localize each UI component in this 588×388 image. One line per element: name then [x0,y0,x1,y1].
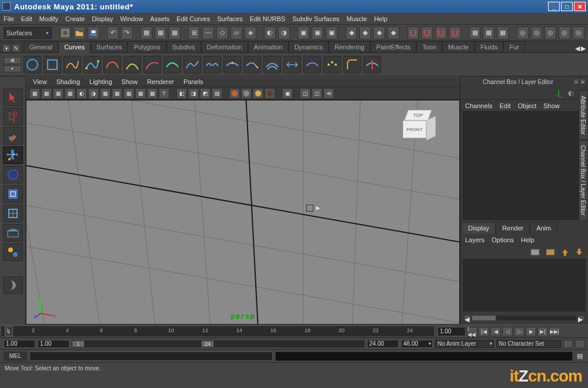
last-tool[interactable] [3,276,23,294]
shelf-tab-dynamics[interactable]: Dynamics [289,41,329,52]
universal-manip-tool[interactable] [3,205,23,222]
panel-menu-show[interactable]: Show [122,78,138,85]
shelf-edit-icon[interactable]: ✎ [12,44,20,52]
maximize-button[interactable]: □ [561,2,573,11]
panel-tb-10-icon[interactable]: ▦ [135,88,146,99]
select-hierarchy-button[interactable]: ▦ [169,26,181,39]
render-settings-button[interactable]: ▣ [326,26,338,39]
scale-tool[interactable] [3,185,23,203]
panel-tb-5-icon[interactable]: ◐ [76,88,87,99]
menu-edit-nurbs[interactable]: Edit NURBS [250,15,286,22]
layer-tab-render[interactable]: Render [496,222,530,234]
side-tab-channel-box[interactable]: Channel Box / Layer Editor [579,140,588,221]
bezier-curve-icon[interactable] [103,56,121,73]
panel-tb-13-icon[interactable]: ◧ [176,88,187,99]
panel-tb-8-icon[interactable]: ▦ [112,88,122,99]
layer-list[interactable] [463,259,586,312]
panel-tb-misc-icon[interactable]: ≪ [323,88,334,99]
nurbs-square-icon[interactable] [44,56,61,73]
panel-menu-panels[interactable]: Panels [183,78,203,85]
undo-button[interactable]: ↶ [107,26,119,39]
three-point-arc-icon[interactable] [163,56,181,73]
extend-curve-icon[interactable] [243,56,261,73]
soft-mod-tool[interactable] [3,224,23,242]
detach-curves-icon[interactable] [203,56,221,73]
range-handle-left[interactable]: 1 [72,340,85,347]
misc-1-button[interactable]: ◎ [517,26,529,39]
rotate-tool[interactable] [3,166,23,183]
cv-curve-icon[interactable] [83,56,101,73]
layer-new-empty-icon[interactable] [530,249,540,256]
layer-new-selected-icon[interactable] [546,249,555,256]
step-back-key-button[interactable]: |◀ [479,327,489,336]
menu-surfaces[interactable]: Surfaces [217,15,242,22]
arc-tool-icon[interactable] [143,56,161,73]
ep-curve-icon[interactable] [64,56,81,73]
misc-3-button[interactable]: ◎ [544,26,556,39]
xform-2-button[interactable]: ◆ [359,26,371,39]
channel-menu-edit[interactable]: Edit [499,102,510,109]
layer-scroll-left-icon[interactable]: ◀ [464,315,471,321]
shelf-tab-fluids[interactable]: Fluids [475,41,503,52]
redo-button[interactable]: ↷ [121,26,133,39]
add-points-icon[interactable] [323,56,341,73]
xform-4-button[interactable]: ◆ [387,26,399,39]
panel-tb-15-icon[interactable]: ◩ [200,88,211,99]
shelf-tab-subdivs[interactable]: Subdivs [166,41,201,52]
shelf-tab-strip-icon[interactable]: ▤ [4,57,21,64]
select-mask-button[interactable]: ▦ [155,26,166,39]
insert-knot-icon[interactable] [223,56,241,73]
menu-muscle[interactable]: Muscle [346,15,367,22]
shelf-menu-icon[interactable]: ▾ [2,44,11,52]
range-end-inner[interactable]: 24.00 [367,340,399,348]
viewcube-front[interactable]: FRONT [403,121,426,138]
select-tool[interactable] [3,88,23,106]
paint-select-tool[interactable] [3,127,23,145]
magnet-2-button[interactable] [421,26,433,39]
panel-tb-2-icon[interactable]: ▦ [41,88,52,99]
shelf-tab-general[interactable]: General [24,41,58,52]
save-scene-button[interactable] [88,26,99,39]
menu-modify[interactable]: Modify [39,15,58,22]
shelf-tab-polygons[interactable]: Polygons [128,41,166,52]
select-by-type-button[interactable]: ▦ [141,26,152,39]
magnet-3-button[interactable] [435,26,447,39]
layer-move-down-icon[interactable] [575,248,583,256]
channel-sync-icon[interactable]: ◐ [568,89,574,97]
panel-tb-6-icon[interactable]: ◑ [88,88,99,99]
curve-fillet-icon[interactable] [343,56,361,73]
command-input[interactable] [29,352,273,361]
go-end-button[interactable]: ▶▶| [549,327,560,336]
magnet-4-button[interactable] [449,26,461,39]
panel-light-3-icon[interactable] [253,88,263,99]
character-set-select[interactable]: No Character Set [496,340,561,348]
shelf-tab-deformation[interactable]: Deformation [201,41,248,52]
rebuild-curve-icon[interactable] [303,56,321,73]
channel-axis-icon[interactable] [554,89,563,98]
misc-4-button[interactable]: ◎ [559,26,570,39]
panel-menu-shading[interactable]: Shading [56,78,80,85]
menu-edit[interactable]: Edit [21,15,32,22]
time-slider-track[interactable]: 1 1 2 4 6 8 10 12 14 16 18 20 22 24 [1,326,434,336]
play-forward-button[interactable]: ▷ [514,327,524,336]
step-back-button[interactable]: ◀ [490,327,501,336]
range-start-inner[interactable]: 1.00 [38,340,69,348]
panel-tb-iso-icon[interactable]: ◫ [300,88,310,99]
magnet-1-button[interactable] [407,26,419,39]
history-on-button[interactable]: ◐ [264,26,276,39]
anim-layer-select[interactable]: No Anim Layer [435,340,494,348]
minimize-button[interactable]: _ [548,2,560,11]
side-tab-attribute-editor[interactable]: Attribute Editor [579,91,588,140]
pencil-curve-icon[interactable] [123,56,141,73]
panel-menu-view[interactable]: View [33,78,47,85]
step-forward-button[interactable]: ▶ [526,327,536,336]
shelf-tab-animation[interactable]: Animation [248,41,289,52]
open-scene-button[interactable] [74,26,85,39]
reverse-curve-icon[interactable] [283,56,301,73]
panel-tb-sel-icon[interactable]: ▣ [282,88,293,99]
misc-5-button[interactable]: ◎ [573,26,584,39]
range-handle-right[interactable]: 24 [201,340,214,347]
menu-window[interactable]: Window [120,15,143,22]
command-lang-button[interactable]: MEL [4,352,27,361]
panel-light-2-icon[interactable] [241,88,252,99]
